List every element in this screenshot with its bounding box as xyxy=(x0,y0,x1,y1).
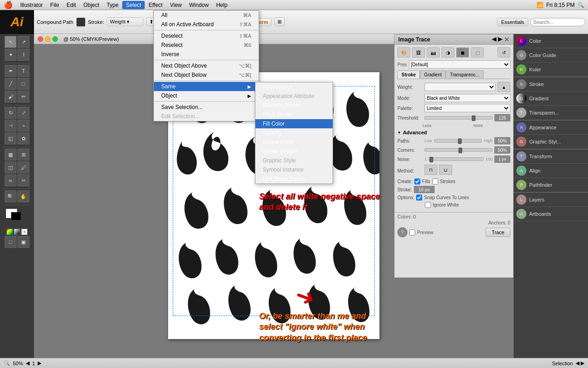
it-bw-btn[interactable]: ◼ xyxy=(456,47,469,58)
it-threshold-slider[interactable] xyxy=(424,116,492,120)
width-tool[interactable]: ⊣ xyxy=(5,120,17,132)
menu-next-above[interactable]: Next Object Above ⌥⌘] xyxy=(154,61,259,70)
blend-tool[interactable]: ∞ xyxy=(5,174,17,186)
panel-pathfinder[interactable]: P Pathfinder xyxy=(514,178,588,192)
selection-tool[interactable]: ↖ xyxy=(5,36,17,48)
line-tool[interactable]: ╱ xyxy=(5,78,17,90)
search-input[interactable] xyxy=(530,18,585,26)
it-outline-btn[interactable]: ⬚ xyxy=(471,47,484,58)
stroke-weight-btn[interactable]: Weight ▾ xyxy=(107,17,143,26)
menu-view[interactable]: View xyxy=(166,1,186,9)
color-mode-btn[interactable] xyxy=(6,229,13,235)
it-weight-up[interactable]: ▲ xyxy=(498,82,510,92)
it-method-overlapping[interactable]: ⊔ xyxy=(439,165,452,175)
mesh-tool[interactable]: ⊞ xyxy=(17,149,29,161)
gradient-indicator[interactable] xyxy=(14,229,20,235)
direct-selection-tool[interactable]: ↗ xyxy=(17,36,29,48)
lasso-tool[interactable]: ⌇ xyxy=(17,49,29,61)
pencil-tool[interactable]: ✏ xyxy=(17,91,29,103)
panel-layers[interactable]: L Layers xyxy=(514,193,588,207)
close-window-btn[interactable] xyxy=(38,36,43,42)
it-trace-button[interactable]: Trace xyxy=(486,228,510,237)
shape-tool[interactable]: □ xyxy=(17,78,29,90)
it-low-color-btn[interactable]: 📷 xyxy=(427,47,440,58)
submenu-opacity[interactable]: Opacity xyxy=(255,128,333,138)
submenu-appearance[interactable]: Appearance xyxy=(255,82,333,92)
it-preview-checkbox[interactable] xyxy=(409,230,415,236)
it-tab-gradient[interactable]: Gradient xyxy=(420,70,446,79)
it-high-color-btn[interactable]: 🖼 xyxy=(412,47,425,58)
align-options[interactable]: ⊞ xyxy=(274,17,285,26)
menu-select[interactable]: Select xyxy=(122,1,145,9)
scissors-tool[interactable]: ✂ xyxy=(17,174,29,186)
scale-tool[interactable]: ⤢ xyxy=(17,107,29,119)
submenu-stroke-color[interactable]: Stroke Color xyxy=(255,138,333,147)
submenu-fill-stroke[interactable]: Fill & Stroke xyxy=(255,110,333,119)
panel-gradient[interactable]: G Gradient xyxy=(514,92,588,106)
magic-wand-tool[interactable]: ✦ xyxy=(5,49,17,61)
it-tab-stroke[interactable]: Stroke xyxy=(397,70,420,79)
it-paths-slider[interactable] xyxy=(434,139,482,143)
menu-all-artboard[interactable]: All on Active Artboard ⇧⌘A xyxy=(154,20,259,29)
menu-help[interactable]: Help xyxy=(212,1,231,9)
hand-tool[interactable]: ✋ xyxy=(17,190,29,202)
menu-effect[interactable]: Effect xyxy=(145,1,166,9)
type-tool[interactable]: T xyxy=(17,65,29,77)
it-advanced-section[interactable]: Advanced xyxy=(397,130,510,135)
it-corners-slider[interactable] xyxy=(424,148,492,152)
menu-illustrator[interactable]: Illustrator xyxy=(17,1,46,9)
nav-arrows[interactable]: ◀ ▶ xyxy=(576,360,584,366)
search-icon[interactable]: 🔍 xyxy=(577,2,584,8)
it-ignore-white-checkbox[interactable] xyxy=(425,202,431,208)
panel-kuler[interactable]: K Kuler xyxy=(514,63,588,77)
it-grayscale-btn[interactable]: ◑ xyxy=(441,47,454,58)
menu-deselect[interactable]: Deselect ⇧⌘A xyxy=(154,31,259,40)
zoom-tool[interactable]: 🔍 xyxy=(5,190,17,202)
menu-edit[interactable]: Edit xyxy=(63,1,80,9)
panel-appearance[interactable]: A Appearance xyxy=(514,121,588,135)
menu-same[interactable]: Same ▶ Appearance Appearance Attribute B… xyxy=(154,82,259,91)
minimize-window-btn[interactable] xyxy=(45,36,51,42)
menu-all[interactable]: All ⌘A xyxy=(154,11,259,20)
panel-align[interactable]: A Align xyxy=(514,164,588,178)
menu-window[interactable]: Window xyxy=(186,1,213,9)
fill-stroke-indicator[interactable] xyxy=(6,208,28,227)
menu-type[interactable]: Type xyxy=(103,1,122,9)
symbol-sprayer-tool[interactable]: ✿ xyxy=(17,132,29,144)
panel-graphic-styles[interactable]: G Graphic Styl... xyxy=(514,135,588,149)
panel-color[interactable]: C Color xyxy=(514,34,588,48)
it-presets-select[interactable]: [Default] xyxy=(409,60,510,69)
it-method-abutting[interactable]: ⊓ xyxy=(424,165,437,175)
menu-file[interactable]: File xyxy=(46,1,62,9)
apple-menu[interactable]: 🍎 xyxy=(4,0,13,9)
menu-next-below[interactable]: Next Object Below ⌥⌘[ xyxy=(154,70,259,80)
gradient-tool[interactable]: ◫ xyxy=(5,161,17,173)
it-reset-btn[interactable]: ↺ xyxy=(498,47,510,58)
fullscreen-btn[interactable]: ▣ xyxy=(17,236,29,248)
essentials-button[interactable]: Essentials xyxy=(497,18,528,26)
submenu-fill-color[interactable]: Fill Color xyxy=(255,119,333,128)
it-fills-checkbox[interactable] xyxy=(414,178,420,184)
panel-artboards[interactable]: A Artboards xyxy=(514,207,588,221)
it-expand-icon[interactable]: ▶ xyxy=(498,36,502,43)
it-snap-curves-checkbox[interactable] xyxy=(416,195,422,201)
menu-inverse[interactable]: Inverse xyxy=(154,50,259,59)
it-auto-color-btn[interactable]: 🎨 xyxy=(397,47,410,58)
it-mode-select[interactable]: Black and White xyxy=(424,94,510,102)
submenu-stroke-weight[interactable]: Stroke Weight xyxy=(255,147,333,156)
rotate-tool[interactable]: ↻ xyxy=(5,107,17,119)
warp-tool[interactable]: ⌁ xyxy=(17,120,29,132)
column-graph-tool[interactable]: ▦ xyxy=(5,149,17,161)
nav-next-btn[interactable]: ▶ xyxy=(38,360,41,366)
normal-view-btn[interactable]: □ xyxy=(5,236,17,248)
none-indicator[interactable]: ✕ xyxy=(21,229,28,235)
submenu-blending-mode[interactable]: Blending Mode xyxy=(255,101,333,110)
free-transform-tool[interactable]: ◱ xyxy=(5,132,17,144)
nav-prev-btn[interactable]: ◀ xyxy=(26,360,29,366)
menu-object[interactable]: Object ▶ xyxy=(154,91,259,100)
menu-reselect[interactable]: Reselect ⌘6 xyxy=(154,40,259,50)
it-strokes-checkbox[interactable] xyxy=(432,178,438,184)
eyedropper-tool[interactable]: 🖊 xyxy=(17,161,29,173)
submenu-link-block[interactable]: Link Block Series xyxy=(255,174,333,184)
maximize-window-btn[interactable] xyxy=(52,36,58,42)
